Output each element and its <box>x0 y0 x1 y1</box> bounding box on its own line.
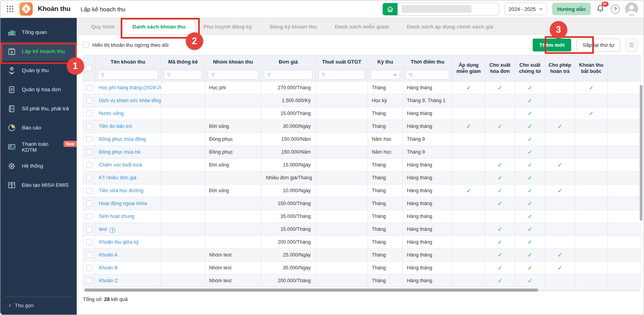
tab-3[interactable]: Đăng ký khoản thu <box>261 18 326 34</box>
fee-name-link[interactable]: Khoản A <box>99 252 118 258</box>
tab-2[interactable]: Phụ huynh đăng ký <box>195 18 261 34</box>
cell-time: Tháng 9, Tháng 1 <box>403 94 452 107</box>
filter-input-4[interactable] <box>264 70 313 80</box>
info-icon[interactable]: i <box>109 227 115 233</box>
cell-vat <box>316 197 368 210</box>
cell-check <box>575 223 608 236</box>
tab-5[interactable]: Danh sách áp dụng chính sách giá <box>398 18 502 34</box>
apps-grid-icon[interactable] <box>6 5 14 13</box>
sidebar-item-dao-tao-misa-emis[interactable]: Đào tạo MISA EMIS <box>0 175 77 195</box>
school-search-input[interactable] <box>382 3 499 16</box>
sidebar-item-quan-ly-hoa-don[interactable]: Quản lý hóa đơn <box>0 80 77 99</box>
row-checkbox[interactable] <box>86 188 92 194</box>
guide-button[interactable]: Hướng dẫn <box>552 3 591 15</box>
filter-input-1[interactable] <box>98 70 158 80</box>
results-summary: Tổng số: 28 kết quả <box>83 296 644 302</box>
row-checkbox[interactable] <box>86 265 92 271</box>
reorder-button[interactable]: Sắp lại thứ tự <box>577 39 620 51</box>
fee-name-link[interactable]: Sinh hoạt chung <box>99 214 134 219</box>
filter-select-6[interactable] <box>371 70 400 80</box>
fee-name-link[interactable]: Đồng phục mùa hè <box>99 149 140 155</box>
filter-input-2[interactable] <box>164 70 202 80</box>
fee-name-link[interactable]: Hoạt động ngoại khóa <box>99 201 147 206</box>
cell-group: Nhóm test <box>205 262 261 274</box>
tab-4[interactable]: Danh sách miễn giảm <box>326 18 398 34</box>
fee-name-link[interactable]: test <box>99 227 107 232</box>
khoan-thu-app-icon[interactable]: S <box>19 2 33 16</box>
sidebar-item-lap-ke-hoach-thu[interactable]: $Lập kế hoạch thu <box>0 42 77 61</box>
tab-0[interactable]: Quy trình <box>82 18 123 34</box>
sidebar-item-thanh-toan-kdtm[interactable]: Thanh toán KDTMNew <box>0 137 77 156</box>
cell-time: Hàng tháng <box>403 210 452 223</box>
row-checkbox[interactable] <box>86 162 92 168</box>
cell-check <box>575 159 608 172</box>
check-icon: ✓ <box>498 251 503 258</box>
sidebar-item-tong-quan[interactable]: Tổng quan <box>0 23 77 42</box>
cell-check <box>485 210 515 223</box>
fee-name-link[interactable]: Dịch vụ khám sức khỏe tổng <box>99 98 161 103</box>
cell-check: ✓ <box>485 159 515 172</box>
cell-time: Tháng 9 <box>403 133 452 146</box>
row-checkbox[interactable] <box>86 123 92 129</box>
cell-check <box>575 210 608 223</box>
cell-price: 35.000/Tháng <box>261 210 316 223</box>
row-checkbox[interactable] <box>86 175 92 181</box>
row-checkbox[interactable] <box>86 110 92 117</box>
filter-input-3[interactable] <box>208 70 258 80</box>
fee-name-link[interactable]: Khoản thu giữa kỳ <box>99 239 139 245</box>
collapse-sidebar-button[interactable]: ‹ Thu gọn <box>0 302 77 308</box>
cell-stat_code <box>161 146 205 159</box>
row-checkbox[interactable] <box>86 226 92 232</box>
sidebar-item-label: Thanh toán KDTM <box>22 141 56 153</box>
cell-period: Tháng <box>368 81 403 94</box>
row-checkbox[interactable] <box>86 149 92 155</box>
delete-button[interactable] <box>626 38 637 51</box>
cell-check <box>545 223 575 236</box>
main-content: Quy trìnhDanh sách khoản thuPhụ huynh đă… <box>77 18 644 315</box>
filter-input-7[interactable] <box>406 70 449 80</box>
home-icon[interactable] <box>383 3 398 16</box>
fee-name-link[interactable]: Học phí hàng tháng (2024-20 <box>99 85 161 90</box>
row-checkbox[interactable] <box>86 200 92 207</box>
tab-1[interactable]: Danh sách khoản thu <box>123 18 195 34</box>
cell-stat_code <box>161 249 205 262</box>
school-year-select[interactable]: 2024 - 2025 <box>504 3 547 15</box>
total-label: Tổng số: <box>83 296 103 302</box>
logo-s-letter: S <box>19 2 33 16</box>
table-row: Khoản thu giữa kỳ200.000/ThángThángHàng … <box>83 236 641 249</box>
fee-name-link[interactable]: Nước uống <box>99 111 124 116</box>
cell-price: 30.000/Ngày <box>261 120 316 133</box>
sidebar-item-so-phai-thu-phai-tra[interactable]: $Sổ phải thu, phải trả <box>0 99 77 118</box>
sidebar-item-bao-cao[interactable]: Báo cáo <box>0 118 77 137</box>
filter-input-5[interactable] <box>318 70 365 80</box>
select-all-checkbox[interactable] <box>86 65 92 71</box>
row-checkbox[interactable] <box>86 252 92 258</box>
row-checkbox[interactable] <box>86 97 92 104</box>
sidebar-item-he-thong[interactable]: Hệ thống <box>0 156 77 175</box>
horizontal-scrollbar-thumb[interactable] <box>84 288 538 292</box>
cell-period: Năm học <box>368 133 403 146</box>
ledger-dollar-icon: $ <box>7 104 16 113</box>
show-stopped-checkbox[interactable] <box>83 42 89 48</box>
row-checkbox[interactable] <box>86 136 92 142</box>
row-checkbox[interactable] <box>86 239 92 245</box>
fee-name-link[interactable]: Tiền ăn bán trú <box>99 124 132 129</box>
add-new-button[interactable]: Thêm mới <box>533 39 571 51</box>
vertical-scrollbar-thumb[interactable] <box>640 85 642 221</box>
row-checkbox[interactable] <box>86 213 92 219</box>
fee-name-link[interactable]: Khoản B <box>99 265 118 271</box>
fee-name-link[interactable]: Tiền sữa học đường <box>99 188 143 193</box>
column-header: Thuế suất GTGT <box>322 59 361 65</box>
gear-icon <box>7 161 16 171</box>
notifications-bell-icon[interactable]: 9+ <box>596 4 606 14</box>
fee-name-link[interactable]: Khoản C <box>99 278 118 283</box>
cell-time: Hàng tháng <box>403 159 452 172</box>
sidebar-item-quan-ly-thu[interactable]: $Quản lý thu <box>0 61 77 80</box>
fee-name-link[interactable]: Đồng phục mùa đông <box>99 136 146 142</box>
help-icon[interactable]: ? <box>611 5 620 14</box>
fee-name-link[interactable]: Chăm sóc buổi trưa <box>99 162 142 168</box>
row-checkbox[interactable] <box>86 85 92 91</box>
fee-name-link[interactable]: KT nhiều đơn giá <box>99 175 136 181</box>
row-checkbox[interactable] <box>86 278 92 284</box>
user-avatar[interactable] <box>625 2 638 16</box>
